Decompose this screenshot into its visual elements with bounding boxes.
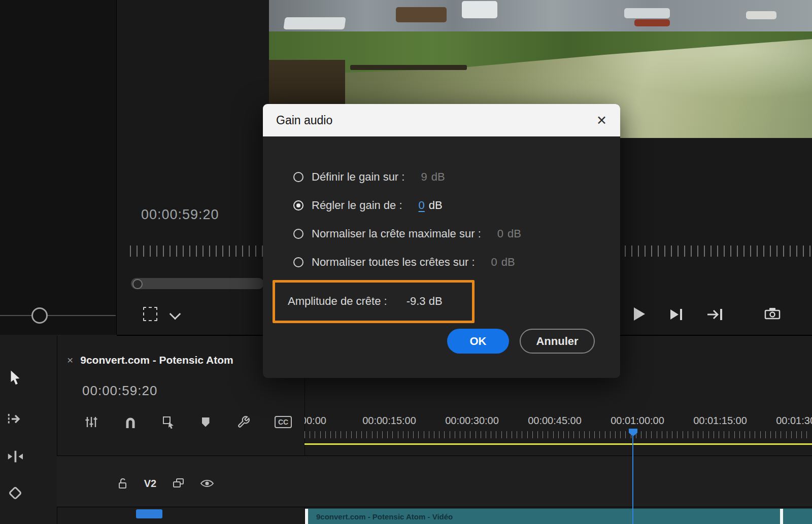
safe-margins-icon	[143, 307, 157, 321]
dialog-buttons: OK Annuler	[447, 329, 595, 354]
razor-icon	[8, 485, 23, 501]
peak-amplitude-row: Amplitude de crête : -9.3 dB	[288, 295, 443, 308]
option-adjust-gain-by[interactable]: Régler le gain de : 0 dB	[293, 197, 443, 214]
eye-icon	[200, 478, 214, 489]
linked-selection-icon	[161, 415, 176, 429]
option-label: Normaliser toutes les crêtes sur :	[312, 256, 475, 269]
chevron-down-icon	[170, 308, 181, 320]
option-normalize-max-peak[interactable]: Normaliser la crête maximale sur : 0 dB	[293, 226, 521, 242]
program-timecode[interactable]: 00:00:59:20	[141, 207, 219, 223]
arrow-to-bar-icon	[706, 308, 724, 321]
marker-icon	[202, 417, 210, 427]
ruler-ticks	[304, 431, 812, 438]
radio-icon[interactable]	[293, 229, 303, 239]
radio-icon[interactable]	[293, 257, 303, 267]
timeline-ruler[interactable]: 00:00:00 00:00:15:00 00:00:30:00 00:00:4…	[304, 415, 812, 428]
cc-icon: CC	[275, 416, 292, 428]
lock-open-icon	[117, 477, 129, 490]
program-monitor-scrollbar[interactable]	[131, 278, 264, 289]
export-frame-button[interactable]	[764, 306, 781, 321]
timeline-settings-button[interactable]	[232, 411, 255, 433]
ruler-timecode-label: 00:01:15:00	[693, 415, 747, 427]
selection-cursor-icon	[8, 370, 23, 387]
option-value: 0	[497, 227, 503, 240]
ruler-timecode-label: 00:01:00:00	[611, 415, 664, 427]
step-forward-icon	[670, 309, 682, 320]
option-unit: dB	[507, 227, 521, 240]
clip-left-trim-handle[interactable]	[305, 509, 308, 524]
selection-tool-button[interactable]	[5, 368, 25, 389]
video-boats-row	[269, 0, 812, 31]
ruler-timecode-label: 00:01:30:00	[776, 415, 812, 427]
radio-selected-icon[interactable]	[293, 200, 303, 211]
track-select-icon	[7, 411, 24, 427]
track-visibility-button[interactable]	[197, 476, 217, 491]
timeline-tab[interactable]: × 9convert.com - Potensic Atom	[67, 354, 233, 366]
timeline-timecode[interactable]: 00:00:59:20	[82, 383, 157, 399]
option-unit: dB	[501, 256, 515, 269]
play-button[interactable]	[631, 306, 648, 322]
ruler-timecode-label: 00:00:00	[304, 415, 326, 427]
track-lock-button[interactable]	[113, 476, 133, 491]
close-icon[interactable]: ✕	[596, 113, 607, 128]
linked-selection-button[interactable]	[157, 411, 180, 433]
track-sync-lock-button[interactable]	[168, 476, 189, 491]
option-label: Régler le gain de :	[312, 199, 402, 212]
ripple-edit-tool-button[interactable]	[5, 446, 25, 467]
go-to-out-button[interactable]	[705, 307, 725, 322]
wrench-icon	[237, 415, 250, 429]
option-label: Normaliser la crête maximale sur :	[312, 227, 481, 240]
playhead-line	[632, 435, 633, 524]
audio-gain-dialog: Gain audio ✕ Définir le gain sur : 9 dB …	[263, 104, 620, 378]
step-forward-button[interactable]	[667, 307, 685, 322]
gain-value-input[interactable]: 0	[419, 199, 425, 212]
tab-title: 9convert.com - Potensic Atom	[80, 354, 233, 366]
scrollbar-knob[interactable]	[132, 279, 143, 289]
option-unit: dB	[429, 199, 443, 212]
clip-right-trim-handle[interactable]	[780, 509, 783, 524]
dialog-titlebar[interactable]: Gain audio ✕	[263, 104, 620, 136]
snap-toggle-button[interactable]	[119, 411, 142, 433]
cancel-button[interactable]: Annuler	[520, 329, 595, 354]
option-value: 9	[421, 170, 427, 184]
track-target-v2-button[interactable]: V2	[140, 476, 160, 491]
camera-icon	[764, 307, 781, 320]
left-side-panel	[0, 0, 117, 335]
option-value: 0	[491, 256, 497, 269]
work-area-bar	[304, 443, 812, 445]
ruler-timecode-label: 00:00:45:00	[528, 415, 582, 427]
zoom-slider-track	[0, 315, 116, 316]
play-icon	[634, 307, 645, 321]
nest-toggle-button[interactable]	[80, 411, 103, 433]
timeline-clip[interactable]: 9convert.com - Potensic Atom - Vidéo	[305, 508, 812, 524]
option-unit: dB	[431, 170, 445, 184]
magnet-icon	[124, 415, 137, 429]
track-v2-label: V2	[144, 478, 156, 490]
video-dock	[350, 65, 467, 70]
dialog-title: Gain audio	[276, 114, 332, 127]
v1-track-indicator[interactable]	[136, 509, 162, 518]
ok-button[interactable]: OK	[447, 329, 509, 354]
peak-amplitude-label: Amplitude de crête :	[288, 295, 387, 308]
option-set-gain-to[interactable]: Définir le gain sur : 9 dB	[293, 169, 445, 185]
option-label: Définir le gain sur :	[312, 170, 404, 184]
ruler-timecode-label: 00:00:30:00	[445, 415, 499, 427]
monitor-settings-button[interactable]	[168, 307, 182, 321]
option-normalize-all-peaks[interactable]: Normaliser toutes les crêtes sur : 0 dB	[293, 254, 515, 270]
track-select-forward-tool-button[interactable]	[5, 409, 25, 429]
clip-label: 9convert.com - Potensic Atom - Vidéo	[316, 512, 453, 521]
captions-button[interactable]: CC	[272, 411, 294, 433]
nest-settings-icon	[84, 415, 98, 429]
peak-amplitude-value: -9.3 dB	[407, 295, 443, 308]
radio-icon[interactable]	[293, 172, 303, 182]
razor-tool-button[interactable]	[5, 483, 25, 503]
ripple-edit-icon	[7, 449, 24, 464]
add-marker-button[interactable]	[194, 411, 217, 433]
tab-close-icon[interactable]: ×	[67, 354, 73, 366]
stacked-clips-icon	[172, 477, 185, 490]
ruler-timecode-label: 00:00:15:00	[362, 415, 416, 427]
zoom-slider-knob[interactable]	[31, 307, 48, 324]
safe-margins-button[interactable]	[143, 306, 158, 322]
